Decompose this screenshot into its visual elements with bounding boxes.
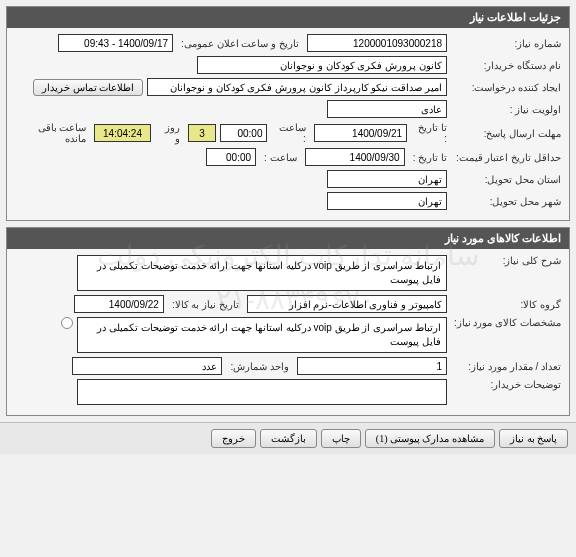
deadline-label: مهلت ارسال پاسخ: [451, 128, 561, 139]
need-number-field: 1200001093000218 [307, 34, 447, 52]
qty-label: تعداد / مقدار مورد نیاز: [451, 361, 561, 372]
priority-field: عادی [327, 100, 447, 118]
buyer-label: نام دستگاه خریدار: [451, 60, 561, 71]
until-label: تا تاریخ : [411, 122, 447, 144]
until-label-2: تا تاریخ : [409, 152, 447, 163]
contact-buyer-button[interactable]: اطلاعات تماس خریدار [33, 79, 143, 96]
back-button[interactable]: بازگشت [260, 429, 317, 448]
goods-info-panel: اطلاعات کالاهای مورد نیاز شرح کلی نیاز: … [6, 227, 570, 416]
deadline-time-field: 00:00 [220, 124, 267, 142]
need-number-label: شماره نیاز: [451, 38, 561, 49]
need-date-label: تاریخ نیاز به کالا: [168, 299, 243, 310]
need-details-panel: جزئیات اطلاعات نیاز شماره نیاز: 12000010… [6, 6, 570, 221]
info-icon [61, 317, 73, 329]
delivery-province-field: تهران [327, 170, 447, 188]
validity-time-field: 00:00 [206, 148, 256, 166]
announce-label: تاریخ و ساعت اعلان عمومی: [177, 38, 303, 49]
button-row: پاسخ به نیاز مشاهده مدارک پیوستی (1) چاپ… [0, 422, 576, 454]
buyer-field: کانون پرورش فکری کودکان و نوجوانان [197, 56, 447, 74]
attachments-button[interactable]: مشاهده مدارک پیوستی (1) [365, 429, 495, 448]
unit-label: واحد شمارش: [226, 361, 293, 372]
days-remaining-field: 3 [188, 124, 217, 142]
spec-field: ارتباط سراسری از طریق voip درکلیه استانه… [77, 317, 447, 353]
delivery-province-label: استان محل تحویل: [451, 174, 561, 185]
respond-button[interactable]: پاسخ به نیاز [499, 429, 568, 448]
priority-label: اولویت نیاز : [451, 104, 561, 115]
need-date-field: 1400/09/22 [74, 295, 164, 313]
deadline-date-field: 1400/09/21 [314, 124, 407, 142]
buyer-notes-label: توضیحات خریدار: [451, 379, 561, 390]
goods-info-header: اطلاعات کالاهای مورد نیاز [7, 228, 569, 249]
desc-label: شرح کلی نیاز: [451, 255, 561, 266]
print-button[interactable]: چاپ [321, 429, 361, 448]
days-and-label: روز و [155, 122, 184, 144]
delivery-city-label: شهر محل تحویل: [451, 196, 561, 207]
qty-field: 1 [297, 357, 447, 375]
creator-label: ایجاد کننده درخواست: [451, 82, 561, 93]
validity-date-field: 1400/09/30 [305, 148, 405, 166]
delivery-city-field: تهران [327, 192, 447, 210]
time-label-2: ساعت : [260, 152, 301, 163]
need-details-header: جزئیات اطلاعات نیاز [7, 7, 569, 28]
exit-button[interactable]: خروج [211, 429, 256, 448]
remain-label: ساعت باقی مانده [15, 122, 90, 144]
desc-field: ارتباط سراسری از طریق voip درکلیه استانه… [77, 255, 447, 291]
group-label: گروه کالا: [451, 299, 561, 310]
creator-field: امیر صداقت نیکو کارپرداز کانون پرورش فکر… [147, 78, 447, 96]
spec-label: مشخصات کالای مورد نیاز: [451, 317, 561, 328]
group-field: کامپیوتر و فناوری اطلاعات-نرم افزار [247, 295, 447, 313]
unit-field: عدد [72, 357, 222, 375]
time-remaining-field: 14:04:24 [94, 124, 150, 142]
announce-field: 1400/09/17 - 09:43 [58, 34, 173, 52]
time-label-1: ساعت : [271, 122, 309, 144]
buyer-notes-field [77, 379, 447, 405]
validity-label: حداقل تاریخ اعتبار قیمت: [451, 152, 561, 163]
